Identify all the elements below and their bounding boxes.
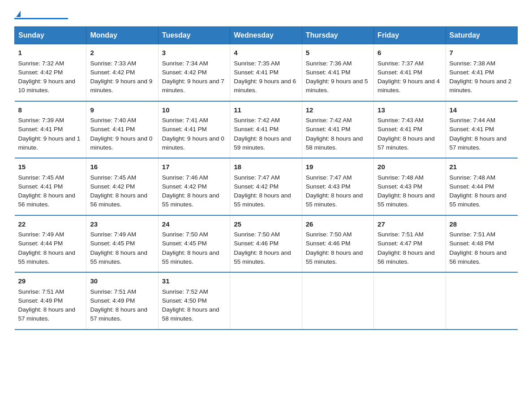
header-wednesday: Wednesday bbox=[230, 27, 302, 44]
day-number: 3 bbox=[162, 48, 226, 58]
day-cell-2: 2Sunrise: 7:33 AMSunset: 4:42 PMDaylight… bbox=[86, 44, 158, 101]
day-cell-25: 25Sunrise: 7:50 AMSunset: 4:46 PMDayligh… bbox=[230, 215, 302, 273]
day-number: 24 bbox=[162, 219, 226, 230]
day-cell-8: 8Sunrise: 7:39 AMSunset: 4:41 PMDaylight… bbox=[15, 101, 86, 158]
day-number: 26 bbox=[306, 219, 370, 230]
day-number: 16 bbox=[90, 162, 154, 172]
day-number: 9 bbox=[90, 105, 154, 116]
day-number: 4 bbox=[234, 48, 298, 58]
day-cell-15: 15Sunrise: 7:45 AMSunset: 4:41 PMDayligh… bbox=[15, 158, 86, 215]
day-cell-29: 29Sunrise: 7:51 AMSunset: 4:49 PMDayligh… bbox=[15, 272, 86, 330]
day-number: 20 bbox=[378, 162, 442, 172]
day-number: 19 bbox=[306, 162, 370, 172]
day-number: 13 bbox=[378, 105, 442, 116]
week-row-2: 8Sunrise: 7:39 AMSunset: 4:41 PMDaylight… bbox=[15, 101, 518, 158]
day-cell-14: 14Sunrise: 7:44 AMSunset: 4:41 PMDayligh… bbox=[446, 101, 517, 158]
day-number: 14 bbox=[450, 105, 514, 116]
day-cell-4: 4Sunrise: 7:35 AMSunset: 4:41 PMDaylight… bbox=[230, 44, 302, 101]
day-cell-9: 9Sunrise: 7:40 AMSunset: 4:41 PMDaylight… bbox=[86, 101, 158, 158]
calendar-table: SundayMondayTuesdayWednesdayThursdayFrid… bbox=[14, 26, 518, 330]
header-sunday: Sunday bbox=[15, 27, 86, 44]
header-thursday: Thursday bbox=[302, 27, 373, 44]
day-number: 27 bbox=[378, 219, 442, 230]
day-number: 28 bbox=[450, 219, 514, 230]
header-friday: Friday bbox=[374, 27, 446, 44]
day-number: 5 bbox=[306, 48, 370, 58]
logo-triangle-icon bbox=[16, 11, 21, 17]
day-number: 6 bbox=[378, 48, 442, 58]
day-number: 1 bbox=[18, 48, 83, 58]
day-cell-19: 19Sunrise: 7:47 AMSunset: 4:43 PMDayligh… bbox=[302, 158, 373, 215]
day-number: 15 bbox=[18, 162, 83, 172]
day-number: 11 bbox=[234, 105, 298, 116]
day-number: 29 bbox=[18, 276, 83, 287]
empty-cell-w4c6 bbox=[446, 272, 517, 330]
day-cell-26: 26Sunrise: 7:50 AMSunset: 4:46 PMDayligh… bbox=[302, 215, 373, 273]
day-cell-22: 22Sunrise: 7:49 AMSunset: 4:44 PMDayligh… bbox=[15, 215, 86, 273]
day-cell-21: 21Sunrise: 7:48 AMSunset: 4:44 PMDayligh… bbox=[446, 158, 517, 215]
day-number: 8 bbox=[18, 105, 83, 116]
day-number: 30 bbox=[90, 276, 154, 287]
week-row-4: 22Sunrise: 7:49 AMSunset: 4:44 PMDayligh… bbox=[15, 215, 518, 273]
page-header bbox=[14, 11, 518, 19]
day-number: 7 bbox=[450, 48, 514, 58]
day-cell-6: 6Sunrise: 7:37 AMSunset: 4:41 PMDaylight… bbox=[374, 44, 446, 101]
day-cell-27: 27Sunrise: 7:51 AMSunset: 4:47 PMDayligh… bbox=[374, 215, 446, 273]
day-cell-10: 10Sunrise: 7:41 AMSunset: 4:41 PMDayligh… bbox=[158, 101, 230, 158]
logo-underline bbox=[14, 18, 68, 19]
day-cell-11: 11Sunrise: 7:42 AMSunset: 4:41 PMDayligh… bbox=[230, 101, 302, 158]
empty-cell-w4c3 bbox=[230, 272, 302, 330]
day-cell-24: 24Sunrise: 7:50 AMSunset: 4:45 PMDayligh… bbox=[158, 215, 230, 273]
empty-cell-w4c4 bbox=[302, 272, 373, 330]
day-cell-23: 23Sunrise: 7:49 AMSunset: 4:45 PMDayligh… bbox=[86, 215, 158, 273]
day-number: 12 bbox=[306, 105, 370, 116]
day-number: 2 bbox=[90, 48, 154, 58]
day-cell-16: 16Sunrise: 7:45 AMSunset: 4:42 PMDayligh… bbox=[86, 158, 158, 215]
day-cell-12: 12Sunrise: 7:42 AMSunset: 4:41 PMDayligh… bbox=[302, 101, 373, 158]
day-number: 18 bbox=[234, 162, 298, 172]
header-saturday: Saturday bbox=[446, 27, 517, 44]
day-number: 23 bbox=[90, 219, 154, 230]
week-row-5: 29Sunrise: 7:51 AMSunset: 4:49 PMDayligh… bbox=[15, 272, 518, 330]
day-cell-3: 3Sunrise: 7:34 AMSunset: 4:42 PMDaylight… bbox=[158, 44, 230, 101]
day-cell-28: 28Sunrise: 7:51 AMSunset: 4:48 PMDayligh… bbox=[446, 215, 517, 273]
day-number: 10 bbox=[162, 105, 226, 116]
calendar-header-row: SundayMondayTuesdayWednesdayThursdayFrid… bbox=[15, 27, 518, 44]
header-tuesday: Tuesday bbox=[158, 27, 230, 44]
day-number: 22 bbox=[18, 219, 83, 230]
logo bbox=[14, 11, 68, 19]
day-number: 21 bbox=[450, 162, 514, 172]
day-cell-13: 13Sunrise: 7:43 AMSunset: 4:41 PMDayligh… bbox=[374, 101, 446, 158]
day-number: 17 bbox=[162, 162, 226, 172]
day-cell-1: 1Sunrise: 7:32 AMSunset: 4:42 PMDaylight… bbox=[15, 44, 86, 101]
empty-cell-w4c5 bbox=[374, 272, 446, 330]
day-cell-30: 30Sunrise: 7:51 AMSunset: 4:49 PMDayligh… bbox=[86, 272, 158, 330]
day-cell-7: 7Sunrise: 7:38 AMSunset: 4:41 PMDaylight… bbox=[446, 44, 517, 101]
day-number: 31 bbox=[162, 276, 226, 287]
day-number: 25 bbox=[234, 219, 298, 230]
day-cell-18: 18Sunrise: 7:47 AMSunset: 4:42 PMDayligh… bbox=[230, 158, 302, 215]
day-cell-5: 5Sunrise: 7:36 AMSunset: 4:41 PMDaylight… bbox=[302, 44, 373, 101]
week-row-1: 1Sunrise: 7:32 AMSunset: 4:42 PMDaylight… bbox=[15, 44, 518, 101]
day-cell-31: 31Sunrise: 7:52 AMSunset: 4:50 PMDayligh… bbox=[158, 272, 230, 330]
header-monday: Monday bbox=[86, 27, 158, 44]
week-row-3: 15Sunrise: 7:45 AMSunset: 4:41 PMDayligh… bbox=[15, 158, 518, 215]
day-cell-17: 17Sunrise: 7:46 AMSunset: 4:42 PMDayligh… bbox=[158, 158, 230, 215]
day-cell-20: 20Sunrise: 7:48 AMSunset: 4:43 PMDayligh… bbox=[374, 158, 446, 215]
